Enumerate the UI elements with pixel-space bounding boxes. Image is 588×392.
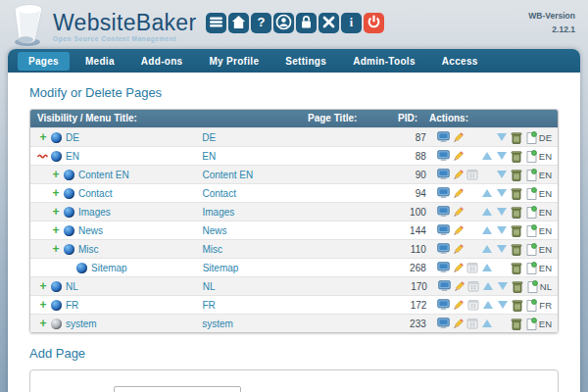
tab-my-profile[interactable]: My Profile [198, 52, 270, 71]
down-icon[interactable] [495, 168, 510, 182]
settings-icon[interactable] [436, 298, 451, 313]
tab-pages[interactable]: Pages [18, 52, 70, 71]
down-icon[interactable] [496, 279, 511, 294]
edit-icon[interactable] [451, 261, 466, 275]
up-icon[interactable] [480, 261, 495, 275]
edit-icon[interactable] [451, 298, 466, 313]
sections-icon[interactable] [466, 261, 480, 275]
edit-icon[interactable] [451, 205, 466, 220]
menu-button[interactable] [206, 13, 226, 33]
edit-icon[interactable] [452, 279, 466, 294]
settings-icon[interactable] [436, 149, 451, 164]
collapse-icon[interactable] [37, 153, 49, 159]
user-button[interactable] [273, 13, 294, 33]
trash-icon[interactable] [510, 317, 524, 331]
settings-icon[interactable] [436, 261, 451, 275]
tab-access[interactable]: Access [431, 52, 489, 71]
settings-icon[interactable] [436, 205, 451, 220]
trash-icon[interactable] [510, 261, 524, 275]
sections-icon[interactable] [466, 317, 480, 331]
lock-button[interactable] [296, 13, 317, 33]
down-icon[interactable] [495, 298, 510, 313]
up-icon[interactable] [480, 242, 495, 257]
up-icon[interactable] [480, 223, 495, 238]
expand-icon[interactable]: + [37, 281, 49, 291]
edit-icon[interactable] [451, 242, 466, 257]
view-icon[interactable] [524, 168, 539, 182]
edit-icon[interactable] [451, 317, 466, 331]
expand-icon[interactable]: + [37, 132, 49, 142]
down-icon[interactable] [495, 205, 510, 220]
menu-title-link[interactable]: NL [66, 281, 78, 292]
info-button[interactable]: i [341, 13, 362, 33]
expand-icon[interactable]: + [50, 207, 62, 217]
edit-icon[interactable] [451, 130, 466, 145]
trash-icon[interactable] [510, 130, 524, 145]
menu-title-link[interactable]: Content EN [78, 170, 129, 180]
expand-icon[interactable]: + [50, 188, 62, 198]
trash-icon[interactable] [510, 186, 524, 201]
settings-icon[interactable] [436, 317, 451, 331]
view-icon[interactable] [524, 130, 539, 145]
settings-icon[interactable] [436, 168, 451, 182]
logo-link[interactable]: WebsiteBaker Open Source Content Managem… [8, 2, 196, 51]
tab-settings[interactable]: Settings [274, 52, 337, 71]
menu-title-link[interactable]: Sitemap [91, 263, 127, 273]
settings-icon[interactable] [436, 242, 451, 257]
trash-icon[interactable] [511, 279, 525, 294]
sections-icon[interactable] [466, 279, 481, 294]
add-page-title-input[interactable] [114, 386, 241, 392]
edit-icon[interactable] [451, 149, 466, 164]
trash-icon[interactable] [510, 149, 524, 164]
up-icon[interactable] [480, 205, 495, 220]
down-icon[interactable] [495, 242, 510, 257]
up-icon[interactable] [480, 298, 495, 313]
sections-icon[interactable] [466, 168, 480, 182]
menu-title-link[interactable]: EN [66, 151, 79, 162]
view-icon[interactable] [524, 205, 539, 220]
view-icon[interactable] [524, 317, 539, 331]
settings-icon[interactable] [436, 130, 451, 145]
sections-icon[interactable] [466, 298, 480, 313]
tab-add-ons[interactable]: Add-ons [130, 52, 194, 71]
view-icon[interactable] [524, 223, 539, 238]
menu-title-link[interactable]: News [78, 225, 103, 236]
menu-title-link[interactable]: DE [66, 132, 79, 143]
edit-icon[interactable] [451, 168, 466, 182]
menu-title-link[interactable]: FR [66, 300, 78, 311]
down-icon[interactable] [495, 149, 510, 164]
down-icon[interactable] [495, 186, 510, 201]
menu-title-link[interactable]: Contact [78, 188, 112, 199]
expand-icon[interactable]: + [50, 244, 62, 254]
expand-icon[interactable]: + [37, 318, 49, 328]
view-icon[interactable] [524, 186, 539, 201]
view-icon[interactable] [525, 279, 540, 294]
help-button[interactable]: ? [251, 13, 271, 33]
down-icon[interactable] [495, 130, 510, 145]
up-icon[interactable] [480, 186, 495, 201]
view-icon[interactable] [524, 298, 539, 313]
up-icon[interactable] [480, 149, 495, 164]
menu-title-link[interactable]: system [66, 318, 97, 329]
settings-icon[interactable] [436, 223, 451, 238]
settings-icon[interactable] [437, 279, 452, 294]
expand-icon[interactable]: + [50, 170, 62, 179]
trash-icon[interactable] [510, 298, 524, 313]
settings-icon[interactable] [436, 186, 451, 201]
edit-icon[interactable] [451, 223, 466, 238]
home-button[interactable] [228, 13, 249, 33]
menu-title-link[interactable]: Images [78, 207, 111, 218]
view-icon[interactable] [524, 149, 539, 164]
expand-icon[interactable]: + [50, 225, 62, 235]
trash-icon[interactable] [510, 168, 524, 182]
trash-icon[interactable] [510, 205, 524, 220]
view-icon[interactable] [524, 242, 539, 257]
down-icon[interactable] [495, 223, 510, 238]
trash-icon[interactable] [510, 223, 524, 238]
view-icon[interactable] [524, 261, 539, 275]
tab-admin-tools[interactable]: Admin-Tools [342, 52, 426, 71]
menu-title-link[interactable]: Misc [78, 244, 99, 255]
expand-icon[interactable]: + [37, 300, 49, 310]
tab-media[interactable]: Media [74, 52, 125, 71]
close-button[interactable] [318, 13, 339, 33]
